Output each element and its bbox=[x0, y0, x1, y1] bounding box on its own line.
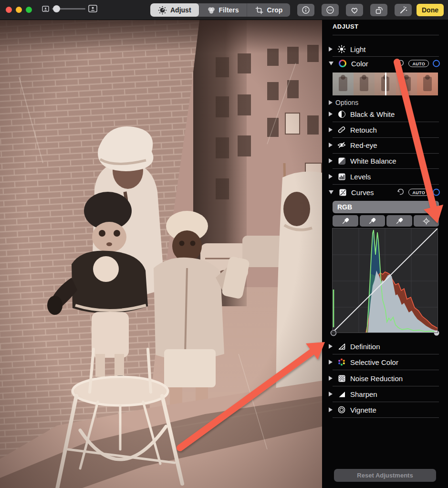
auto-button[interactable]: AUTO bbox=[408, 189, 429, 196]
sidebar-item-label: Sharpen bbox=[350, 390, 377, 398]
minimize-window-button[interactable] bbox=[16, 7, 22, 13]
color-thumbnail[interactable] bbox=[396, 73, 417, 95]
sidebar-item-definition[interactable]: Definition bbox=[322, 339, 448, 354]
sidebar-item-label: Selective Color bbox=[350, 358, 398, 366]
noise-square-icon bbox=[337, 374, 346, 383]
fullscreen-window-button[interactable] bbox=[26, 7, 32, 13]
top-shading bbox=[0, 20, 322, 53]
curves-enabled-ring[interactable] bbox=[433, 189, 440, 196]
sidebar-item-red-eye[interactable]: Red-eye bbox=[322, 137, 448, 153]
sidebar-item-noise-reduction[interactable]: Noise Reduction bbox=[322, 371, 448, 386]
curves-channel-dropdown[interactable]: RGB bbox=[333, 201, 439, 213]
chevron-right-icon bbox=[329, 360, 333, 364]
color-wheel-icon bbox=[338, 59, 347, 68]
chevron-right-icon bbox=[329, 344, 333, 349]
info-icon bbox=[302, 6, 310, 14]
chevron-right-icon bbox=[329, 158, 333, 163]
sidebar-item-levels[interactable]: Levels bbox=[322, 169, 448, 184]
chevron-right-icon bbox=[329, 112, 333, 116]
sidebar-item-label: White Balance bbox=[350, 157, 396, 165]
undo-icon[interactable] bbox=[397, 189, 405, 196]
adjust-sidebar: ADJUST Light Color AUTO bbox=[322, 20, 448, 488]
sidebar-item-label: Color bbox=[351, 60, 368, 68]
photo-canvas bbox=[0, 20, 322, 488]
auto-button[interactable]: AUTO bbox=[408, 60, 429, 67]
undo-icon[interactable] bbox=[397, 60, 405, 67]
sidebar-item-label: Red-eye bbox=[350, 141, 377, 149]
color-enabled-ring[interactable] bbox=[433, 60, 440, 67]
rotate-icon bbox=[375, 6, 384, 15]
white-point-eyedropper-button[interactable] bbox=[386, 215, 412, 227]
sun-icon bbox=[337, 45, 346, 53]
photos-edit-window: Adjust Filters Crop bbox=[0, 0, 448, 488]
stepper-chevrons-icon bbox=[430, 203, 436, 211]
chevron-right-icon bbox=[329, 47, 333, 52]
add-point-crosshair-button[interactable] bbox=[414, 215, 439, 227]
color-thumbnail-strip bbox=[333, 73, 438, 95]
crop-icon bbox=[255, 6, 264, 15]
sidebar-header: ADJUST bbox=[333, 23, 358, 30]
sidebar-item-vignette[interactable]: Vignette bbox=[322, 402, 448, 417]
tab-label: Crop bbox=[267, 6, 283, 14]
color-thumbnail[interactable] bbox=[417, 73, 438, 95]
tab-label: Adjust bbox=[170, 6, 191, 14]
tab-label: Filters bbox=[219, 6, 239, 14]
sidebar-item-label: Black & White bbox=[350, 110, 395, 118]
sidebar-item-black-white[interactable]: Black & White bbox=[322, 106, 448, 122]
photo-illustration bbox=[0, 20, 322, 488]
sidebar-item-sharpen[interactable]: Sharpen bbox=[322, 386, 448, 402]
sidebar-item-retouch[interactable]: Retouch bbox=[322, 122, 448, 137]
vignette-rings-icon bbox=[337, 405, 346, 414]
highlight-point-handle[interactable] bbox=[434, 331, 439, 336]
sidebar-item-curves[interactable]: Curves AUTO bbox=[322, 185, 448, 200]
more-button[interactable] bbox=[322, 4, 339, 16]
sidebar-item-selective-color[interactable]: Selective Color bbox=[322, 354, 448, 370]
color-strip-indicator[interactable] bbox=[385, 73, 386, 95]
sidebar-item-label: Retouch bbox=[350, 126, 377, 134]
half-circle-icon bbox=[337, 110, 346, 118]
info-button[interactable] bbox=[297, 4, 314, 16]
chevron-down-icon bbox=[329, 190, 333, 194]
favorite-button[interactable] bbox=[346, 4, 363, 16]
white-balance-icon bbox=[337, 156, 346, 165]
photo-small-icon bbox=[42, 6, 49, 12]
color-thumbnail[interactable] bbox=[354, 73, 375, 95]
curves-histogram-graph[interactable] bbox=[333, 228, 438, 332]
auto-enhance-wand-icon bbox=[399, 6, 408, 15]
favorite-heart-icon bbox=[350, 6, 359, 14]
tab-crop[interactable]: Crop bbox=[247, 3, 291, 17]
sidebar-item-color[interactable]: Color AUTO bbox=[322, 56, 448, 71]
triangle-outline-icon bbox=[337, 342, 346, 351]
vignette-shading bbox=[0, 20, 322, 488]
photo-large-icon bbox=[88, 5, 97, 12]
sidebar-item-label: Curves bbox=[351, 188, 374, 197]
filters-circles-icon bbox=[207, 6, 216, 14]
sidebar-item-light[interactable]: Light bbox=[322, 42, 448, 57]
chevron-right-icon bbox=[329, 392, 333, 396]
done-button[interactable]: Done bbox=[417, 4, 444, 16]
shadow-point-handle[interactable] bbox=[331, 331, 336, 336]
triangle-filled-icon bbox=[337, 390, 346, 398]
zoom-slider-knob[interactable] bbox=[53, 5, 60, 12]
gray-point-eyedropper-button[interactable] bbox=[360, 215, 385, 227]
window-controls bbox=[6, 7, 32, 13]
black-point-eyedropper-button[interactable] bbox=[333, 215, 358, 227]
sidebar-item-label: Noise Reduction bbox=[350, 374, 403, 383]
chevron-right-icon bbox=[329, 127, 333, 132]
color-thumbnail[interactable] bbox=[333, 73, 354, 95]
chevron-right-icon bbox=[329, 174, 333, 179]
zoom-slider[interactable] bbox=[52, 8, 85, 10]
zoom-control bbox=[42, 5, 97, 12]
chevron-right-icon bbox=[329, 376, 333, 381]
close-window-button[interactable] bbox=[6, 7, 12, 13]
tab-filters[interactable]: Filters bbox=[199, 3, 247, 17]
sidebar-item-white-balance[interactable]: White Balance bbox=[322, 153, 448, 168]
reset-adjustments-button[interactable]: Reset Adjustments bbox=[334, 469, 436, 482]
titlebar: Adjust Filters Crop bbox=[0, 0, 448, 20]
auto-enhance-button[interactable] bbox=[395, 4, 412, 16]
curves-icon bbox=[338, 188, 347, 197]
sidebar-item-label: Light bbox=[350, 45, 366, 53]
curves-point-tools bbox=[333, 215, 439, 227]
tab-adjust[interactable]: Adjust bbox=[150, 3, 199, 17]
rotate-button[interactable] bbox=[370, 4, 387, 16]
